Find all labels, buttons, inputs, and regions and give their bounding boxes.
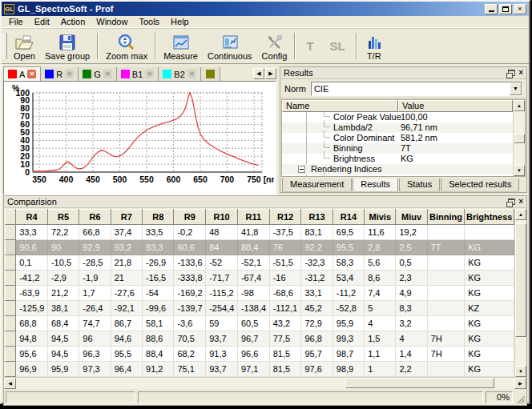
- table-cell[interactable]: [465, 225, 514, 240]
- continuous-button[interactable]: Continuous: [203, 30, 257, 62]
- table-cell[interactable]: 96,7: [237, 331, 269, 347]
- table-cell[interactable]: -16,5: [143, 271, 174, 286]
- table-cell[interactable]: 1,4: [396, 347, 427, 362]
- column-header-name[interactable]: Name: [282, 100, 398, 112]
- tree-row[interactable]: Rendering Indices: [282, 164, 513, 174]
- menu-item-help[interactable]: Help: [165, 16, 195, 27]
- table-cell[interactable]: 33,1: [301, 286, 332, 301]
- table-cell[interactable]: -31,2: [301, 271, 332, 286]
- table-cell[interactable]: 91,2: [143, 362, 174, 377]
- column-header-r6[interactable]: R6: [79, 210, 111, 225]
- spectrum-tab-partial[interactable]: [201, 67, 220, 81]
- table-cell[interactable]: -51,5: [269, 255, 301, 271]
- table-cell[interactable]: 68,8: [16, 316, 48, 331]
- table-cell[interactable]: 88,4: [143, 347, 174, 362]
- table-cell[interactable]: 94,5: [47, 331, 79, 347]
- scroll-down-icon[interactable]: ▼: [515, 366, 526, 377]
- table-cell[interactable]: 7H: [427, 347, 465, 362]
- tree-row[interactable]: BrightnessKG: [282, 154, 513, 164]
- open-button[interactable]: Open: [9, 30, 40, 62]
- table-cell[interactable]: 43,2: [269, 316, 301, 331]
- tree-row[interactable]: Binning7T: [282, 143, 513, 154]
- table-cell[interactable]: 58,3: [332, 255, 364, 271]
- table-cell[interactable]: 90,6: [16, 240, 48, 255]
- table-cell[interactable]: KZ: [465, 301, 514, 316]
- table-row[interactable]: -63,921,21,7-27,6-54-169,2-115,2-98-68,6…: [6, 286, 514, 301]
- menu-item-window[interactable]: Window: [91, 16, 133, 27]
- row-selector[interactable]: [6, 301, 16, 316]
- table-cell[interactable]: 1,1: [365, 347, 396, 362]
- table-cell[interactable]: 96,6: [237, 347, 269, 362]
- table-cell[interactable]: -10,5: [47, 255, 79, 271]
- table-cell[interactable]: 96,3: [79, 347, 111, 362]
- scroll-thumb[interactable]: [514, 134, 525, 143]
- table-cell[interactable]: KG: [465, 240, 514, 255]
- chevron-down-icon[interactable]: ▼: [510, 82, 522, 95]
- table-cell[interactable]: 11,6: [365, 225, 396, 240]
- table-cell[interactable]: 83,3: [143, 240, 174, 255]
- close-panel-icon[interactable]: ×: [518, 69, 523, 77]
- scroll-tabs-left-icon[interactable]: ◀: [253, 68, 264, 79]
- table-cell[interactable]: 77,5: [269, 331, 301, 347]
- zoom-max-button[interactable]: Zoom max: [101, 30, 152, 62]
- table-cell[interactable]: 38,1: [47, 301, 79, 316]
- table-cell[interactable]: -99,6: [143, 301, 174, 316]
- table-cell[interactable]: -28,5: [79, 255, 111, 271]
- table-cell[interactable]: -0,2: [174, 225, 206, 240]
- close-button[interactable]: ×: [514, 4, 526, 14]
- column-header-r10[interactable]: R10: [206, 210, 238, 225]
- column-header-r4[interactable]: R4: [16, 210, 48, 225]
- tab-selected-results[interactable]: Selected results: [441, 178, 519, 192]
- table-cell[interactable]: 91,3: [206, 347, 238, 362]
- table-cell[interactable]: -169,2: [174, 286, 206, 301]
- config-button[interactable]: Config: [257, 30, 292, 62]
- table-cell[interactable]: 72,2: [47, 225, 79, 240]
- table-cell[interactable]: -133,6: [174, 255, 206, 271]
- table-cell[interactable]: 60,5: [237, 316, 269, 331]
- spectrum-chart[interactable]: 0102030405060708090100350400450500550600…: [3, 81, 276, 195]
- row-selector[interactable]: [6, 240, 16, 255]
- table-cell[interactable]: 4: [365, 316, 396, 331]
- table-cell[interactable]: 94,5: [47, 347, 79, 362]
- tree-row[interactable]: Color Peak Value100,00: [282, 112, 513, 122]
- table-cell[interactable]: 99,3: [332, 331, 364, 347]
- table-cell[interactable]: 2,3: [396, 271, 427, 286]
- tree-row[interactable]: Ra91,4: [282, 174, 513, 176]
- row-selector[interactable]: [6, 286, 16, 301]
- table-cell[interactable]: 81,5: [269, 347, 301, 362]
- table-row[interactable]: 0,1-10,5-28,521,8-26,9-133,6-52-52,1-51,…: [6, 255, 514, 271]
- save-group-button[interactable]: Save group: [40, 30, 95, 62]
- scroll-thumb[interactable]: [345, 378, 495, 388]
- table-cell[interactable]: -139,7: [174, 301, 206, 316]
- tree-row[interactable]: Lambda/296,71 nm: [282, 122, 513, 133]
- table-cell[interactable]: [427, 271, 465, 286]
- table-cell[interactable]: 81,5: [269, 362, 301, 377]
- column-header-r12[interactable]: R12: [269, 210, 301, 225]
- table-cell[interactable]: 1: [365, 362, 396, 377]
- table-cell[interactable]: 21: [111, 271, 142, 286]
- sl-button[interactable]: SL: [322, 30, 353, 62]
- tab-measurement[interactable]: Measurement: [282, 178, 352, 192]
- table-cell[interactable]: -3,6: [174, 316, 206, 331]
- column-header-r5[interactable]: R5: [47, 210, 79, 225]
- table-cell[interactable]: 92,2: [301, 240, 332, 255]
- table-cell[interactable]: -26,9: [143, 255, 174, 271]
- table-cell[interactable]: -32,3: [301, 255, 332, 271]
- table-cell[interactable]: 2,5: [396, 240, 427, 255]
- table-cell[interactable]: 66,8: [79, 225, 111, 240]
- table-cell[interactable]: [427, 286, 465, 301]
- table-cell[interactable]: -54: [143, 286, 174, 301]
- table-cell[interactable]: 33,5: [143, 225, 174, 240]
- table-cell[interactable]: 7,4: [365, 286, 396, 301]
- table-cell[interactable]: -52,1: [237, 255, 269, 271]
- column-header-r8[interactable]: R8: [143, 210, 174, 225]
- table-cell[interactable]: 21,8: [111, 255, 142, 271]
- table-row[interactable]: 96,995,997,396,491,275,193,797,181,597,6…: [6, 362, 514, 377]
- scroll-thumb[interactable]: [515, 223, 526, 337]
- table-cell[interactable]: 93,7: [206, 331, 238, 347]
- scroll-up-icon[interactable]: ▲: [514, 100, 525, 111]
- table-cell[interactable]: 8,3: [396, 301, 427, 316]
- close-tab-icon[interactable]: ✕: [65, 70, 74, 78]
- table-cell[interactable]: -138,4: [237, 301, 269, 316]
- menu-item-edit[interactable]: Edit: [29, 16, 55, 27]
